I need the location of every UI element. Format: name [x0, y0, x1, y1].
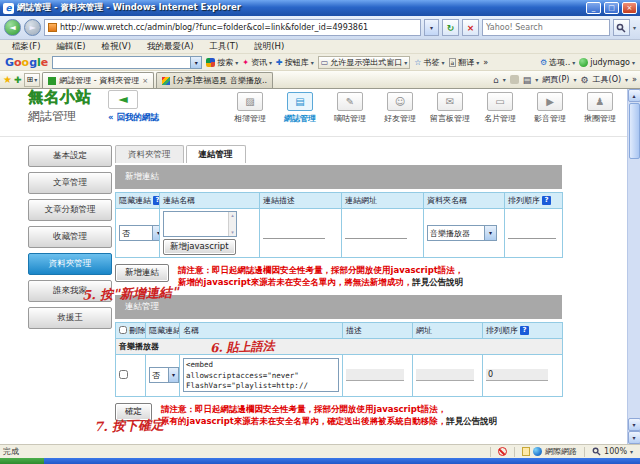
nav-murmur[interactable]: ✎ 嘀咕管理	[327, 92, 373, 124]
menu-view[interactable]: 檢視(V)	[94, 41, 139, 53]
desc-input[interactable]	[346, 369, 404, 381]
add-favorite-button[interactable]: ✚	[14, 75, 22, 85]
wretch-admin-page: 無名小站 網誌管理 ◄ « 回我的網誌 ▨ 相簿管理 ▤ 網誌管理 ✎ 嘀咕管理	[0, 89, 640, 444]
url-dropdown-button[interactable]: ▾	[424, 19, 439, 36]
folder-select[interactable]: 音樂播放器 ▾	[427, 225, 497, 241]
google-button-gallery-button[interactable]: ✚ 按钮库 ▾	[276, 57, 314, 68]
url-input[interactable]	[416, 369, 474, 381]
link-desc-input[interactable]	[263, 227, 325, 239]
back-to-blog-link[interactable]: « 回我的網誌	[108, 112, 159, 124]
scroll-down-button[interactable]: ▾	[628, 431, 640, 444]
stop-button[interactable]: ×	[462, 19, 479, 36]
scroll-down-button[interactable]: ▾	[628, 418, 640, 431]
tools-menu-button[interactable]: 工具(O)	[593, 74, 622, 85]
add-link-button[interactable]: 新增連結	[115, 264, 169, 282]
link-code-textarea[interactable]: <embed allowscriptaccess="never" FlashVa…	[183, 358, 339, 392]
menu-tools[interactable]: 工具(T)	[201, 41, 246, 53]
tab-music-player[interactable]: [分享]幸福遇見 音樂播放..	[156, 72, 273, 88]
nav-blog[interactable]: ▤ 網誌管理	[277, 92, 323, 124]
search-input[interactable]	[486, 23, 606, 32]
vertical-scrollbar[interactable]: ▴ ▾ ▾	[627, 89, 640, 444]
zoom-control[interactable]: 100% ▾	[588, 447, 637, 456]
sidebar-item-basic-settings[interactable]: 基本設定	[28, 145, 112, 167]
add-javascript-button[interactable]: 新增javascript	[163, 239, 236, 255]
tab-link-management[interactable]: 連結管理	[186, 145, 246, 163]
search-box[interactable]	[482, 19, 610, 36]
close-button[interactable]: ×	[622, 2, 637, 14]
col-sort-order: 排列順序?	[505, 193, 563, 209]
address-bar: ◄ ► http://www.wretch.cc/admin/blog/?fun…	[0, 16, 640, 40]
menu-favorites[interactable]: 我的最愛(A)	[139, 41, 201, 53]
sidebar-item-folders[interactable]: 資料夾管理	[28, 253, 112, 275]
close-tab-icon[interactable]: ×	[142, 77, 148, 85]
google-options-button[interactable]: ⚙ 选项.. ▾	[540, 57, 575, 68]
nav-album[interactable]: ▨ 相簿管理	[227, 92, 273, 124]
sidebar-item-categories[interactable]: 文章分類管理	[28, 199, 112, 221]
delete-checkbox[interactable]	[119, 370, 128, 379]
sort-order-input[interactable]: 0	[486, 369, 548, 381]
minimize-button[interactable]: _	[586, 2, 601, 14]
url-field[interactable]: http://www.wretch.cc/admin/blog/?func=fo…	[44, 19, 421, 36]
chevron-down-icon: ▾	[632, 59, 635, 66]
search-options-dropdown[interactable]: ▾	[633, 24, 636, 31]
link-name-textarea[interactable]: ▴▾	[163, 211, 237, 237]
toolbar-overflow-button[interactable]: »	[483, 58, 488, 67]
gear-icon[interactable]: ⚙	[580, 75, 588, 85]
help-icon[interactable]: ?	[542, 196, 551, 205]
nav-profile-card[interactable]: ▭ 名片管理	[477, 92, 523, 124]
sidebar-item-collections[interactable]: 收藏管理	[28, 226, 112, 248]
scroll-up-button[interactable]: ▴	[628, 89, 640, 102]
google-account-button[interactable]: judymago ▾	[579, 58, 635, 67]
google-info-button[interactable]: ✦ 资讯 ▾	[242, 57, 272, 68]
refresh-button[interactable]: ↻	[442, 19, 459, 36]
google-search-button[interactable]: 搜索 ▾	[206, 57, 238, 68]
chevron-down-icon[interactable]: ▾	[573, 76, 576, 83]
sidebar-item-articles[interactable]: 文章管理	[28, 172, 112, 194]
nav-friends[interactable]: ☺ 好友管理	[377, 92, 423, 124]
sidebar-item-rescue[interactable]: 救援王	[28, 307, 112, 329]
col-link-desc: 連結描述	[260, 193, 342, 209]
windows-taskbar[interactable]	[0, 458, 640, 464]
help-icon[interactable]: ?	[153, 196, 160, 205]
forward-button[interactable]: ►	[24, 19, 41, 36]
textarea-scrollbar[interactable]: ▴▾	[228, 212, 236, 236]
maximize-button[interactable]: □	[604, 2, 619, 14]
chevron-down-icon[interactable]: ▾	[535, 76, 538, 83]
quick-tabs-icon: ⊞	[27, 75, 34, 84]
start-button[interactable]	[0, 458, 44, 464]
chevron-down-icon: ▾	[269, 59, 272, 66]
back-button[interactable]: ◄	[4, 19, 21, 36]
page-menu-button[interactable]: 網頁(P)	[542, 74, 569, 85]
menu-help[interactable]: 說明(H)	[246, 41, 292, 53]
chevron-down-icon[interactable]: ▾	[625, 76, 628, 83]
tab-folder-management[interactable]: 資料夾管理	[115, 145, 184, 163]
menu-edit[interactable]: 編輯(E)	[49, 41, 94, 53]
back-arrow-button[interactable]: ◄	[108, 90, 138, 109]
popup-blocker-button[interactable]: ▭ 允许显示弹出式窗口 ▾	[318, 56, 411, 69]
hide-link-select[interactable]: 否 ▾	[149, 367, 179, 383]
rss-feed-icon[interactable]	[510, 75, 519, 84]
google-bookmarks-button[interactable]: ☆ 书签 ▾	[414, 57, 444, 68]
favorites-center-button[interactable]: ★	[3, 74, 12, 85]
print-button[interactable]: ▤	[523, 75, 532, 85]
google-translate-button[interactable]: a 翻译 ▾	[449, 57, 480, 68]
nav-group[interactable]: ♟ 揪團管理	[577, 92, 623, 124]
home-button[interactable]: ⌂	[493, 75, 499, 85]
chevron-down-icon[interactable]: ▾	[503, 76, 506, 83]
command-overflow-button[interactable]: »	[632, 75, 637, 84]
quick-tabs-button[interactable]: ⊞ ▾	[24, 73, 41, 87]
menu-file[interactable]: 檔案(F)	[4, 41, 49, 53]
google-search-input[interactable]: ▾	[52, 56, 202, 69]
google-search-history-dropdown[interactable]: ▾	[190, 57, 201, 68]
security-zone-indicator: 網際網路	[518, 446, 581, 457]
hide-link-select[interactable]: 否 ▾	[119, 225, 160, 241]
link-url-input[interactable]	[345, 227, 407, 239]
search-go-button[interactable]	[613, 19, 630, 36]
nav-video[interactable]: ▶ 影音管理	[527, 92, 573, 124]
scrollbar-thumb[interactable]	[629, 103, 640, 159]
nav-guestbook[interactable]: ✉ 留言板管理	[427, 92, 473, 124]
select-all-checkbox[interactable]	[119, 326, 127, 334]
sort-order-input[interactable]	[508, 227, 556, 239]
tab-blog-admin[interactable]: 網誌管理 - 資料夾管理 ×	[42, 72, 154, 88]
help-icon[interactable]: ?	[520, 326, 529, 335]
